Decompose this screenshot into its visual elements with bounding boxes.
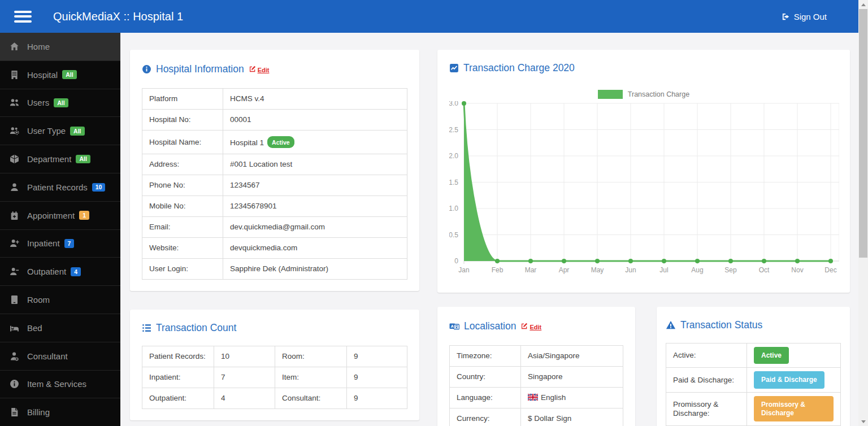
localisation-value: Singapore [521, 367, 623, 388]
inpatient-icon [8, 238, 20, 248]
sign-out-label: Sign Out [794, 12, 827, 21]
transaction-status-table: Active:ActivePaid & Discharge:Paid & Dis… [666, 343, 841, 426]
outpatient-icon [8, 267, 20, 276]
table-row: Outpatient:4Consultant:9 [142, 388, 407, 409]
page-scrollbar [858, 0, 868, 426]
info-circle-icon [142, 64, 151, 74]
table-row: Address:#001 Location test [142, 154, 407, 175]
panel-title-text: Transaction Charge 2020 [463, 61, 575, 75]
status-value: Promissory & Discharge [747, 392, 841, 425]
user-type-icon [8, 126, 20, 136]
svg-text:2.0: 2.0 [449, 152, 458, 160]
table-row: Active:Active [666, 344, 841, 368]
sidebar-item-label: Appointment [27, 211, 75, 220]
localisation-value: English [521, 388, 623, 408]
table-row: Phone No:1234567 [142, 175, 407, 196]
panel-title-text: Localisation [464, 319, 516, 333]
scrollbar-up-arrow[interactable] [858, 0, 868, 9]
sidebar-item-consultant[interactable]: Consultant [0, 342, 120, 371]
sidebar-item-bed[interactable]: Bed [0, 314, 120, 342]
top-navbar: QuickMediaX :: Hospital 1 Sign Out [0, 0, 858, 33]
status-button-active[interactable]: Active [754, 347, 789, 364]
localisation-panel: A Localisation Edit Timezone:Asia/Singap… [437, 307, 635, 426]
info-row-value: HCMS v.4 [223, 89, 407, 110]
svg-text:1.0: 1.0 [449, 205, 458, 212]
status-button-paid-discharge[interactable]: Paid & Discharge [754, 371, 824, 388]
users-icon [8, 98, 20, 107]
app-title: QuickMediaX :: Hospital 1 [53, 10, 183, 23]
sidebar-item-billing[interactable]: Billing [0, 398, 120, 426]
hamburger-menu-icon[interactable] [14, 11, 32, 23]
table-row: Timezone:Asia/Singapore [450, 346, 623, 367]
info-row-label: Website: [142, 238, 223, 259]
hospital-information-panel: Hospital Information Edit PlatformHCMS v… [130, 50, 419, 291]
panel-title-text: Transaction Count [156, 321, 236, 334]
sidebar-badge: 4 [71, 267, 81, 276]
sidebar-item-user-type[interactable]: User TypeAll [0, 117, 120, 145]
table-row: Currency:$ Dollar Sign [450, 408, 623, 426]
hospital-info-edit-link[interactable]: Edit [249, 63, 270, 77]
scrollbar-down-arrow[interactable] [858, 417, 868, 426]
list-ol-icon [142, 323, 151, 333]
sidebar-item-patient-records[interactable]: Patient Records10 [0, 173, 120, 202]
localisation-label: Timezone: [450, 346, 521, 367]
edit-label: Edit [258, 63, 270, 77]
svg-text:Feb: Feb [492, 266, 504, 274]
count-value: 9 [347, 367, 407, 388]
table-row: Hospital No:00001 [142, 110, 407, 131]
sidebar-item-inpatient[interactable]: Inpatient7 [0, 230, 120, 258]
table-row: Country:Singapore [450, 367, 623, 388]
warning-triangle-icon [666, 320, 676, 330]
sidebar-item-label: User Type [27, 126, 66, 136]
status-label: Promissory & Discharge: [666, 392, 747, 425]
table-row: Inpatient:7Item:9 [142, 367, 407, 388]
sidebar-item-label: Hospital [27, 70, 58, 80]
status-button-promissory-discharge[interactable]: Promissory & Discharge [754, 396, 834, 421]
info-row-value: Hospital 1Active [223, 131, 407, 154]
sidebar-item-users[interactable]: UsersAll [0, 89, 120, 118]
sidebar-item-label: Item & Services [27, 379, 86, 389]
localisation-edit-link[interactable]: Edit [521, 320, 541, 334]
count-value: 7 [214, 367, 275, 388]
sidebar-badge: 7 [64, 239, 75, 248]
sidebar-item-department[interactable]: DepartmentAll [0, 145, 120, 173]
count-label: Inpatient: [142, 367, 214, 388]
localisation-table: Timezone:Asia/SingaporeCountry:Singapore… [449, 345, 623, 426]
table-row: User Login:Sapphire Dek (Administrator) [142, 259, 407, 280]
info-row-value: #001 Location test [223, 154, 407, 175]
table-row: Email:dev.quickmedia@gmail.com [142, 217, 407, 238]
info-row-label: Email: [142, 217, 223, 238]
sidebar-item-hospital[interactable]: HospitalAll [0, 61, 120, 89]
info-row-label: Hospital Name: [142, 131, 223, 154]
sidebar-item-label: Consultant [27, 351, 68, 361]
sidebar-item-label: Patient Records [27, 182, 88, 192]
sidebar-item-outpatient[interactable]: Outpatient4 [0, 258, 120, 286]
sidebar-item-appointment[interactable]: Appointment1 [0, 202, 120, 230]
sidebar-badge: 1 [79, 211, 89, 220]
svg-text:Oct: Oct [759, 266, 770, 274]
sidebar-item-room[interactable]: Room [0, 286, 120, 314]
count-label: Outpatient: [142, 388, 214, 409]
sidebar-item-item-services[interactable]: Item & Services [0, 371, 120, 399]
room-icon [8, 295, 20, 305]
info-row-value: 00001 [223, 110, 407, 131]
sidebar-item-label: Outpatient [27, 267, 66, 276]
count-label: Room: [275, 346, 347, 367]
status-label: Paid & Discharge: [666, 368, 747, 392]
table-row: Website:devquickmedia.com [142, 238, 407, 259]
scrollbar-thumb[interactable] [859, 9, 867, 258]
sign-out-button[interactable]: Sign Out [782, 12, 858, 21]
svg-text:Nov: Nov [791, 266, 803, 274]
svg-text:0: 0 [454, 257, 458, 265]
sidebar-badge: 10 [92, 183, 106, 192]
table-row: PlatformHCMS v.4 [142, 89, 407, 110]
info-row-label: Phone No: [142, 175, 223, 196]
home-icon [8, 42, 20, 51]
transaction-status-panel: Transaction Status Active:ActivePaid & D… [657, 307, 850, 426]
svg-text:Aug: Aug [691, 266, 703, 274]
localisation-label: Language: [450, 388, 521, 408]
info-row-value: 1234567 [223, 175, 407, 196]
sidebar-item-home[interactable]: Home [0, 33, 120, 61]
info-row-label: Address: [142, 154, 223, 175]
language-icon: A [449, 321, 459, 331]
